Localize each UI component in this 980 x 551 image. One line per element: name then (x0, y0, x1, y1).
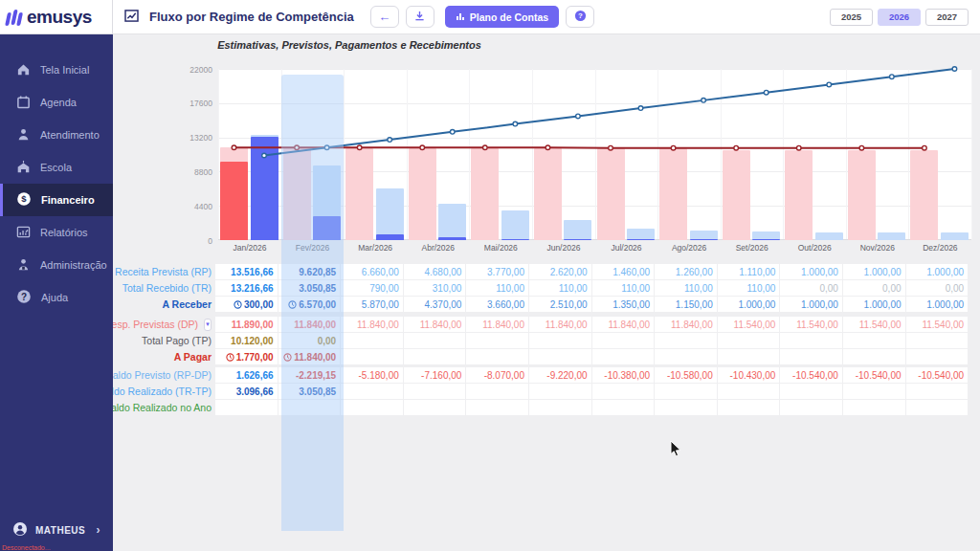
cell-sr-abr (404, 384, 466, 399)
download-icon (414, 10, 425, 24)
x-tick-label-out: Out/2026 (783, 243, 846, 253)
row-cells: 1.770,0011.840,00 (215, 349, 968, 364)
cell-sr-set (718, 384, 780, 399)
cell-arec-ago: 1.150,00 (655, 297, 717, 312)
cell-dp-ago: 11.840,00 (655, 317, 717, 332)
y-tick-label: 17600 (170, 99, 212, 108)
x-tick-label-set: Set/2026 (721, 243, 784, 253)
sidebar: emusys Tela InicialAgendaAtendimentoEsco… (0, 0, 113, 551)
download-button[interactable] (406, 6, 434, 28)
cell-arec-jul: 1.350,00 (592, 297, 655, 312)
year-tabs: 202520262027 (830, 9, 969, 26)
cell-apag-ago (655, 349, 717, 364)
sidebar-item-relat-rios[interactable]: Relatórios (0, 216, 113, 249)
row-label: Saldo Realizado no Ano (113, 400, 215, 415)
table-row-sra: Saldo Realizado no Ano (113, 400, 971, 415)
sidebar-item-administra-o[interactable]: Administração (0, 249, 113, 281)
year-tab-2027[interactable]: 2027 (925, 9, 969, 26)
table-row-sr: Saldo Realizado (TR-TP)3.096,663.050,85 (113, 384, 971, 399)
row-label: A Pagar (113, 349, 215, 364)
app-logo[interactable]: emusys (0, 0, 113, 34)
x-tick-label-jun: Jun/2026 (532, 243, 595, 253)
cell-tp-jul (592, 333, 655, 348)
cell-rp-mar: 6.660,00 (341, 264, 403, 279)
y-tick-label: 13200 (170, 133, 212, 143)
row-cells: 13.516,669.620,856.660,004.680,003.770,0… (215, 264, 968, 279)
cell-sra-mai (466, 400, 528, 415)
cell-dp-jul: 11.840,00 (592, 317, 655, 332)
home-icon (16, 62, 31, 78)
cell-dp-out: 11.540,00 (780, 317, 842, 332)
cell-rp-fev: 9.620,85 (278, 264, 341, 279)
help-icon: ? (16, 289, 32, 306)
cell-apag-out (780, 349, 842, 364)
connection-status: Desconectado... (2, 544, 51, 551)
table-row-arec: A Receber300,006.570,005.870,004.370,003… (113, 297, 971, 312)
table-row-sp: Saldo Previsto (RP-DP)1.626,66-2.219,15-… (113, 367, 971, 383)
sidebar-item-label: Tela Inicial (40, 64, 89, 76)
row-label: Receita Prevista (RP) (113, 264, 215, 279)
row-label: Total Recebido (TR) (113, 280, 215, 296)
sidebar-item-label: Administração (40, 259, 107, 271)
line-estimativa-receitas-marker (388, 138, 392, 143)
line-estimativa-receitas-marker (702, 99, 706, 103)
despesas-filter-dropdown[interactable]: ▼ (204, 319, 212, 331)
cell-sp-jun: -9.220,00 (529, 367, 591, 383)
table-row-rp: Receita Prevista (RP)13.516,669.620,856.… (113, 264, 971, 279)
cell-sp-jul: -10.380,00 (592, 367, 655, 383)
sidebar-item-tela-inicial[interactable]: Tela Inicial (0, 54, 113, 86)
line-estimativa-despesas-marker (295, 145, 300, 150)
row-label: Saldo Previsto (RP-DP) (113, 367, 215, 383)
year-tab-2025[interactable]: 2025 (830, 9, 873, 26)
sidebar-item-label: Agenda (40, 97, 77, 108)
cell-rp-nov: 1.000,00 (843, 264, 905, 279)
cell-tr-mai: 110,00 (466, 280, 528, 296)
admin-icon (16, 257, 31, 274)
help-button[interactable]: ? (566, 6, 594, 28)
cell-dp-fev: 11.840,00 (278, 317, 341, 332)
line-estimativa-despesas-marker (671, 145, 676, 150)
y-tick-label: 0 (170, 236, 212, 246)
line-estimativa-receitas-marker (576, 114, 581, 119)
cell-tp-abr (404, 333, 466, 348)
sidebar-item-label: Ajuda (41, 292, 68, 303)
cell-rp-dez: 1.000,00 (906, 264, 969, 279)
cell-sp-out: -10.540,00 (780, 367, 842, 383)
cell-tr-mar: 790,00 (341, 280, 403, 296)
cell-tr-out: 0,00 (780, 280, 842, 296)
sidebar-item-financeiro[interactable]: $Financeiro (0, 184, 113, 216)
cell-sp-mai: -8.070,00 (466, 367, 528, 383)
cell-arec-nov: 1.000,00 (843, 297, 905, 312)
cell-arec-dez: 1.000,00 (906, 297, 969, 312)
line-estimativa-despesas-marker (232, 145, 236, 150)
plano-de-contas-button[interactable]: Plano de Contas (445, 6, 559, 28)
cell-tr-ago: 110,00 (655, 280, 717, 296)
line-estimativa-receitas-marker (324, 145, 329, 150)
table-group-2: Desp. Previstas (DP)▼11.890,0011.840,001… (113, 317, 971, 365)
brand-name: emusys (27, 7, 92, 28)
cell-tr-jun: 110,00 (529, 280, 591, 296)
line-estimativa-despesas-marker (609, 145, 613, 150)
sidebar-item-escola[interactable]: Escola (0, 151, 113, 184)
year-tab-2026[interactable]: 2026 (878, 9, 921, 26)
cell-sr-fev: 3.050,85 (278, 384, 341, 399)
cell-sra-ago (655, 400, 717, 415)
cell-sp-jan: 1.626,66 (215, 367, 278, 383)
line-estimativa-despesas-marker (859, 145, 864, 150)
cell-sra-fev (278, 400, 341, 415)
x-tick-label-abr: Abr/2026 (407, 243, 470, 253)
line-estimativa-receitas-marker (764, 90, 768, 95)
sidebar-item-ajuda[interactable]: ?Ajuda (0, 281, 113, 314)
cell-rp-set: 1.110,00 (718, 264, 780, 279)
cell-sra-jun (529, 400, 591, 415)
user-menu[interactable]: MATHEUS › (0, 521, 113, 539)
cell-tp-jun (529, 333, 591, 348)
cell-sra-abr (404, 400, 466, 415)
back-button[interactable]: ← (370, 6, 399, 28)
cell-dp-abr: 11.840,00 (404, 317, 466, 332)
cell-tr-fev: 3.050,85 (278, 280, 341, 296)
sidebar-item-atendimento[interactable]: Atendimento (0, 119, 113, 151)
cell-arec-jun: 2.510,00 (529, 297, 591, 312)
table-row-tr: Total Recebido (TR)13.216,663.050,85790,… (113, 280, 971, 296)
sidebar-item-agenda[interactable]: Agenda (0, 86, 113, 119)
